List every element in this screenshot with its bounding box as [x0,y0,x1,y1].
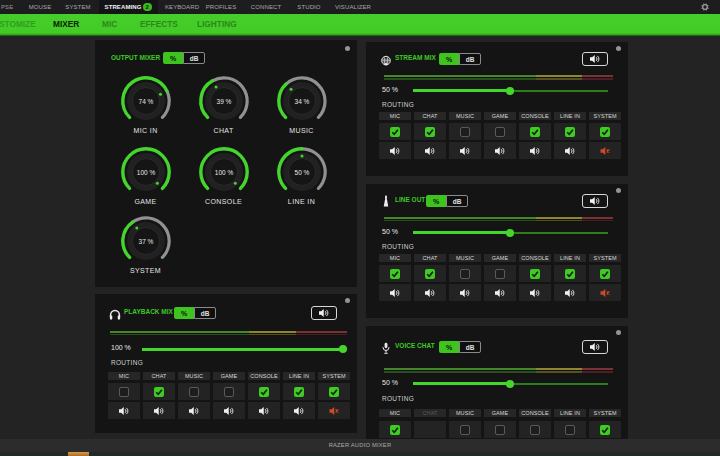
svg-text:100 %: 100 % [136,168,155,175]
svg-text:37 %: 37 % [138,238,153,245]
svg-text:100 %: 100 % [214,168,233,175]
svg-text:50 %: 50 % [294,168,309,175]
svg-text:74 %: 74 % [138,97,153,104]
svg-text:39 %: 39 % [216,97,231,104]
svg-text:34 %: 34 % [294,97,309,104]
